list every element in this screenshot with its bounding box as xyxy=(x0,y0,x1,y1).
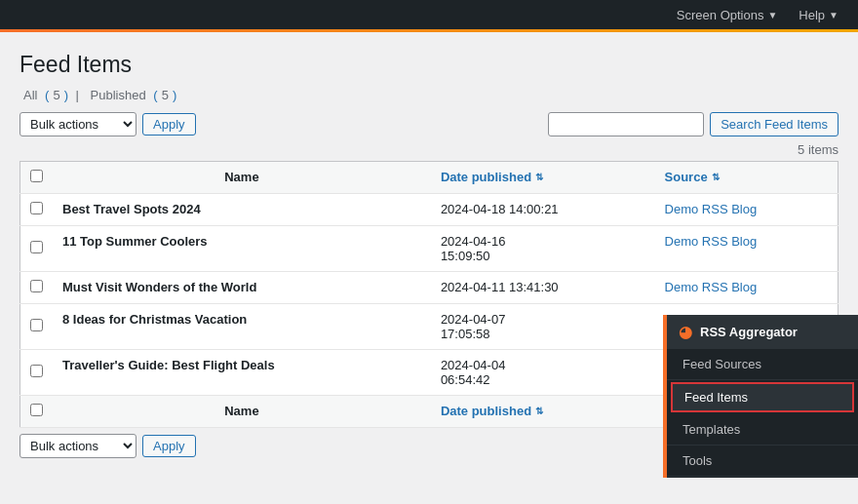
help-label: Help xyxy=(799,8,825,22)
dropdown-feed-items[interactable]: Feed Items xyxy=(671,382,854,412)
date-footer-sort-link[interactable]: Date published ⇅ xyxy=(441,404,645,418)
sort-arrows-source-icon: ⇅ xyxy=(712,172,720,182)
screen-options-button[interactable]: Screen Options ▼ xyxy=(667,0,788,29)
row-source-2: Demo RSS Blog xyxy=(655,272,838,304)
row-checkbox-cell xyxy=(20,272,54,304)
select-all-footer-checkbox[interactable] xyxy=(30,404,43,416)
row-name-2: Must Visit Wonders of the World xyxy=(53,272,431,304)
date-published-sort-link[interactable]: Date published ⇅ xyxy=(441,170,645,184)
bulk-actions-bottom-select[interactable]: Bulk actions xyxy=(20,434,136,458)
bottom-toolbar-left: Bulk actions Apply xyxy=(20,434,196,458)
help-button[interactable]: Help ▼ xyxy=(789,0,848,29)
row-name-1: 11 Top Summer Coolers xyxy=(53,226,431,272)
row-checkbox-cell xyxy=(20,226,54,272)
table-row: Must Visit Wonders of the World 2024-04-… xyxy=(20,272,838,304)
top-bar: Screen Options ▼ Help ▼ xyxy=(0,0,858,29)
search-area: Search Feed Items xyxy=(548,112,838,136)
select-all-footer xyxy=(20,396,54,428)
bulk-actions-top-select[interactable]: Bulk actions xyxy=(20,112,136,136)
row-source-0: Demo RSS Blog xyxy=(655,194,838,226)
rss-icon: ◕ xyxy=(679,323,692,341)
date-footer[interactable]: Date published ⇅ xyxy=(431,396,655,428)
row-source-1: Demo RSS Blog xyxy=(655,226,838,272)
row-name-0: Best Travel Spots 2024 xyxy=(53,194,431,226)
dropdown-tools[interactable]: Tools xyxy=(667,446,858,477)
name-footer: Name xyxy=(53,396,431,428)
date-published-header[interactable]: Date published ⇅ xyxy=(431,162,655,194)
row-checkbox-cell xyxy=(20,350,54,396)
dropdown-settings[interactable]: Settings xyxy=(667,477,858,478)
name-header: Name xyxy=(53,162,431,194)
row-date-2: 2024-04-11 13:41:30 xyxy=(431,272,655,304)
filter-published-link[interactable]: Published (5) xyxy=(87,88,177,102)
select-all-header xyxy=(20,162,54,194)
source-header[interactable]: Source ⇅ xyxy=(655,162,838,194)
table-row: 11 Top Summer Coolers 2024-04-16 15:09:5… xyxy=(20,226,838,272)
top-toolbar-left: Bulk actions Apply xyxy=(20,112,196,136)
row-name-4: Traveller's Guide: Best Flight Deals xyxy=(53,350,431,396)
row-date-1: 2024-04-16 15:09:50 xyxy=(431,226,655,272)
row-checkbox-1[interactable] xyxy=(30,241,43,253)
sort-arrows-icon: ⇅ xyxy=(535,172,543,182)
dropdown-menu: ◕ RSS Aggregator Feed Sources Feed Items… xyxy=(663,315,858,478)
dropdown-feed-sources[interactable]: Feed Sources xyxy=(667,349,858,380)
row-date-0: 2024-04-18 14:00:21 xyxy=(431,194,655,226)
chevron-down-icon: ▼ xyxy=(829,10,838,20)
row-checkbox-cell xyxy=(20,194,54,226)
source-link-0[interactable]: Demo RSS Blog xyxy=(665,202,758,216)
sort-arrows-footer-icon: ⇅ xyxy=(535,406,543,416)
source-link-2[interactable]: Demo RSS Blog xyxy=(665,280,758,294)
source-sort-link[interactable]: Source ⇅ xyxy=(665,170,828,184)
apply-bottom-button[interactable]: Apply xyxy=(142,435,196,457)
top-toolbar: Bulk actions Apply Search Feed Items xyxy=(20,112,838,136)
row-checkbox-2[interactable] xyxy=(30,280,43,292)
search-button[interactable]: Search Feed Items xyxy=(710,112,838,136)
page-title: Feed Items xyxy=(20,52,838,78)
filter-all-link[interactable]: All (5) xyxy=(20,88,72,102)
dropdown-menu-title: RSS Aggregator xyxy=(700,325,798,339)
row-checkbox-0[interactable] xyxy=(30,202,43,214)
items-count: 5 items xyxy=(798,142,838,157)
items-count-row: 5 items xyxy=(20,142,838,157)
row-date-3: 2024-04-07 17:05:58 xyxy=(431,304,655,350)
row-checkbox-cell xyxy=(20,304,54,350)
table-header-row: Name Date published ⇅ Source ⇅ xyxy=(20,162,838,194)
table-row: Best Travel Spots 2024 2024-04-18 14:00:… xyxy=(20,194,838,226)
apply-top-button[interactable]: Apply xyxy=(142,113,196,136)
main-content: Feed Items All (5) | Published (5) Bulk … xyxy=(0,32,858,478)
dropdown-menu-header: ◕ RSS Aggregator xyxy=(667,315,858,349)
source-link-1[interactable]: Demo RSS Blog xyxy=(665,234,758,249)
row-date-4: 2024-04-04 06:54:42 xyxy=(431,350,655,396)
row-checkbox-3[interactable] xyxy=(30,319,43,331)
search-input[interactable] xyxy=(548,112,704,136)
chevron-down-icon: ▼ xyxy=(767,10,777,20)
row-name-3: 8 Ideas for Christmas Vacation xyxy=(53,304,431,350)
filter-links: All (5) | Published (5) xyxy=(20,88,838,102)
screen-options-label: Screen Options xyxy=(677,8,764,22)
select-all-checkbox[interactable] xyxy=(30,170,43,182)
dropdown-templates[interactable]: Templates xyxy=(667,414,858,446)
row-checkbox-4[interactable] xyxy=(30,365,43,377)
